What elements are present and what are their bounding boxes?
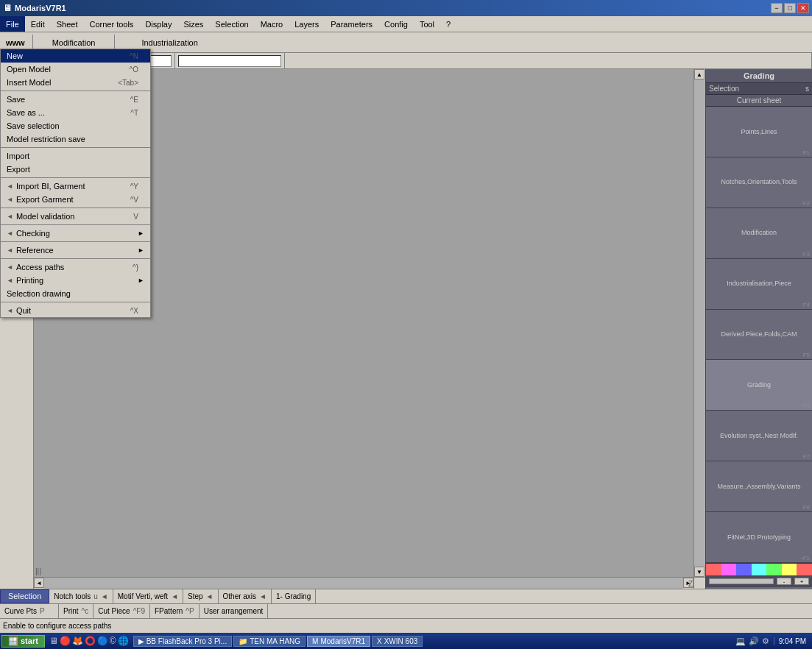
dropdown-reference[interactable]: ◄ Reference ► (1, 244, 150, 257)
function-row-f5[interactable]: Derived Piece,Folds,CAM F5 (706, 310, 812, 361)
dropdown-new[interactable]: New ^N (1, 49, 150, 63)
function-row-f8[interactable]: Measure.,Assembly,Variants F8 (706, 461, 812, 512)
dropdown-save-as[interactable]: Save as ... ^T (1, 106, 150, 119)
close-button[interactable]: ✕ (797, 3, 809, 13)
menu-edit[interactable]: Edit (25, 16, 51, 32)
bb-flashback-label: BB FlashBack Pro 3 Pi... (146, 637, 227, 645)
scroll-down-btn[interactable]: ▼ (694, 567, 705, 577)
ten-ma-hang-icon: 📁 (239, 637, 247, 645)
menu-macro[interactable]: Macro (255, 16, 289, 32)
status-user-arrangement: User arrangement (200, 604, 269, 618)
dropdown-new-label: New (7, 52, 23, 60)
dropdown-export-garment-shortcut: ^V (130, 196, 138, 204)
function-row-f3[interactable]: Modification F3 (706, 208, 812, 259)
dropdown-selection-drawing[interactable]: Selection drawing (1, 287, 150, 300)
scrollbar-bottom[interactable]: ◄ ► (34, 577, 693, 589)
menu-tool[interactable]: Tool (414, 16, 440, 32)
cut-piece-label: Cut Piece (98, 607, 130, 615)
menu-selection[interactable]: Selection (209, 16, 254, 32)
tab-section-4 (285, 53, 812, 68)
selection-button[interactable]: Selection (0, 589, 49, 603)
menu-corner-tools[interactable]: Corner tools (83, 16, 139, 32)
dropdown-checking-label: Checking (16, 229, 50, 238)
function-row-f7[interactable]: Evolution syst.,Nest Modif. F7 (706, 411, 812, 461)
scrollbar-right[interactable]: ▲ ▼ (693, 69, 705, 577)
taskbar-icon-5: 🔵 (97, 636, 108, 646)
dropdown-selection-drawing-label: Selection drawing (7, 289, 71, 298)
dropdown-export-garment[interactable]: ◄ Export Garment ^V (1, 193, 150, 206)
access-paths-arrow: ◄ (7, 263, 13, 271)
dropdown-access-paths-label: Access paths (16, 263, 64, 272)
function-row-f9[interactable]: FitNet,3D Prototyping ~F1 (706, 512, 812, 563)
function-row-f6[interactable]: Grading F6 (706, 360, 812, 411)
right-panel: Grading Selection s Current sheet Points… (705, 69, 812, 589)
taskbar-icon-7: 🌐 (118, 636, 129, 646)
sep-3 (1, 177, 150, 178)
dropdown-insert-label: Insert Model (7, 78, 52, 87)
other-axis-label: Other axis (223, 592, 257, 600)
tray-icon-2: 🔊 (749, 636, 759, 646)
dropdown-import[interactable]: Import (1, 149, 150, 163)
menu-file[interactable]: File (0, 16, 25, 32)
right-panel-current: Current sheet (706, 95, 812, 107)
maximize-button[interactable]: □ (784, 3, 796, 13)
taskbar-icon-4: ⭕ (85, 636, 96, 646)
dropdown-save[interactable]: Save ^E (1, 93, 150, 106)
menu-layers[interactable]: Layers (289, 16, 325, 32)
notch-tools-label: Notch tools (54, 592, 91, 600)
taskbar-bb-flashback[interactable]: ▶ BB FlashBack Pro 3 Pi... (133, 636, 233, 647)
minimize-button[interactable]: − (771, 3, 783, 13)
menu-parameters[interactable]: Parameters (325, 16, 378, 32)
taskbar-icon-2: 🔴 (60, 636, 71, 646)
start-button[interactable]: 🪟 start (1, 635, 45, 648)
menu-display[interactable]: Display (139, 16, 177, 32)
function-row-f4[interactable]: Industrialisation,Piece F4 (706, 259, 812, 310)
minus-btn[interactable]: - (777, 578, 791, 585)
fpattern-shortcut: ^P (186, 607, 194, 615)
scroll-up-btn[interactable]: ▲ (694, 69, 705, 79)
function-row-f2[interactable]: Notches,Orientation,Tools F2 (706, 157, 812, 208)
dropdown-insert-model[interactable]: Insert Model <Tab> (1, 76, 150, 89)
color-gradient-strip: - + (706, 563, 812, 589)
taskbar-ten-ma-hang[interactable]: 📁 TEN MA HANG (233, 636, 306, 647)
tray-icon-3: ⚙ (762, 636, 769, 646)
sep-1 (1, 91, 150, 91)
scroll-left-btn[interactable]: ◄ (34, 578, 44, 588)
taskbar-xwin[interactable]: X XWIN 603 (372, 636, 423, 647)
dropdown-model-validation[interactable]: ◄ Model validation V (1, 210, 150, 223)
function-key-f2: F2 (803, 200, 810, 207)
title-area: 🖥 ModarisV7R1 (3, 3, 66, 13)
toolbar-industrialization-label: Industrialization (119, 38, 219, 47)
xwin-icon: X (377, 637, 382, 645)
right-panel-selection[interactable]: Selection s (706, 83, 812, 95)
dropdown-import-bi[interactable]: ◄ Import BI, Garment ^Y (1, 180, 150, 193)
plus-btn[interactable]: + (794, 578, 809, 585)
taskbar-icon-3: 🦊 (72, 636, 83, 646)
right-panel-header: Grading (706, 69, 812, 83)
canvas-indicator-z: Z (688, 579, 693, 589)
dropdown-open-model[interactable]: Open Model ^O (1, 63, 150, 76)
status-fpattern: FPattern ^P (150, 604, 200, 618)
dropdown-quit[interactable]: ◄ Quit ^X (1, 304, 150, 317)
function-label-f8: Measure.,Assembly,Variants (706, 461, 812, 511)
user-arrangement-label: User arrangement (204, 607, 264, 615)
function-label-f7: Evolution syst.,Nest Modif. (706, 411, 812, 461)
taskbar-modaris[interactable]: M ModarisV7R1 (307, 636, 370, 647)
dropdown-checking[interactable]: ◄ Checking ► (1, 227, 150, 240)
sep-4 (1, 208, 150, 208)
tab-input-3[interactable] (178, 55, 281, 67)
function-row-f1[interactable]: Points,Lines F1 (706, 107, 812, 157)
dropdown-export[interactable]: Export (1, 163, 150, 176)
dropdown-model-restriction[interactable]: Model restriction save (1, 132, 150, 146)
menu-help[interactable]: ? (440, 16, 456, 32)
function-label-f2: Notches,Orientation,Tools (706, 157, 812, 208)
dropdown-printing[interactable]: ◄ Printing ► (1, 274, 150, 287)
import-bi-arrow: ◄ (7, 182, 13, 190)
dropdown-save-selection[interactable]: Save selection (1, 119, 150, 132)
menu-config[interactable]: Config (378, 16, 414, 32)
menu-sheet[interactable]: Sheet (51, 16, 84, 32)
dropdown-access-paths[interactable]: ◄ Access paths ^} (1, 260, 150, 274)
fpattern-label: FPattern (155, 607, 183, 615)
function-label-f1: Points,Lines (706, 107, 812, 157)
menu-sizes[interactable]: Sizes (177, 16, 209, 32)
